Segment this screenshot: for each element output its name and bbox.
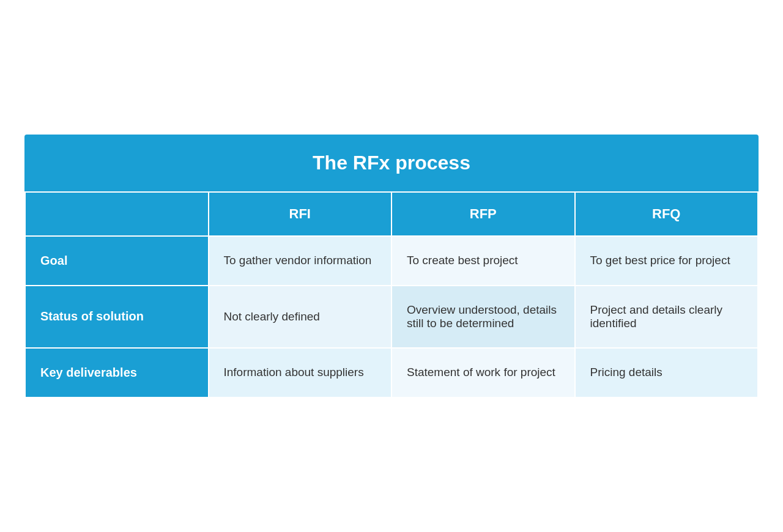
- deliverables-rfi-cell: Information about suppliers: [209, 348, 392, 397]
- status-rfi-cell: Not clearly defined: [209, 286, 392, 348]
- goal-rfp-cell: To create best project: [392, 236, 575, 286]
- deliverables-rfq-cell: Pricing details: [575, 348, 759, 397]
- header-rfp: RFP: [392, 192, 575, 236]
- header-label-col: [25, 192, 209, 236]
- rfx-table-container: The RFx process RFI RFP RFQ Goal To gath…: [24, 135, 759, 398]
- goal-rfq-cell: To get best price for project: [575, 236, 759, 286]
- page-title: The RFx process: [37, 152, 746, 174]
- status-rfq-cell: Project and details clearly identified: [575, 286, 759, 348]
- deliverables-rfp-cell: Statement of work for project: [392, 348, 575, 397]
- goal-rfi-cell: To gather vendor information: [209, 236, 392, 286]
- table-header-row: RFI RFP RFQ: [25, 192, 758, 236]
- table-row: Goal To gather vendor information To cre…: [25, 236, 758, 286]
- title-bar: The RFx process: [24, 135, 759, 191]
- table-row: Status of solution Not clearly defined O…: [25, 286, 758, 348]
- row-label-goal: Goal: [25, 236, 209, 286]
- header-rfi: RFI: [209, 192, 392, 236]
- status-rfp-cell: Overview understood, details still to be…: [392, 286, 575, 348]
- row-label-status: Status of solution: [25, 286, 209, 348]
- row-label-deliverables: Key deliverables: [25, 348, 209, 397]
- table-row: Key deliverables Information about suppl…: [25, 348, 758, 397]
- header-rfq: RFQ: [575, 192, 759, 236]
- rfx-table: RFI RFP RFQ Goal To gather vendor inform…: [24, 191, 759, 398]
